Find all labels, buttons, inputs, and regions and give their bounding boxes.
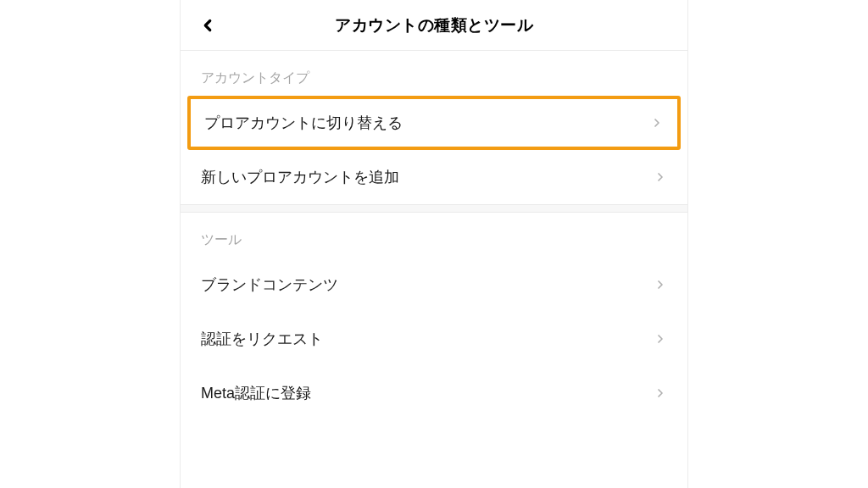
settings-screen: アカウントの種類とツール アカウントタイプ プロアカウントに切り替える 新しいプ… [180, 0, 688, 488]
request-verification[interactable]: 認証をリクエスト [181, 312, 687, 366]
section-header-tools: ツール [181, 213, 687, 258]
list-item-label: 新しいプロアカウントを追加 [201, 167, 399, 187]
chevron-right-icon [654, 278, 667, 291]
chevron-left-icon [198, 16, 217, 35]
meta-verified-signup[interactable]: Meta認証に登録 [181, 366, 687, 420]
list-item-label: ブランドコンテンツ [201, 274, 338, 295]
list-item-label: プロアカウントに切り替える [204, 113, 403, 133]
page-title: アカウントの種類とツール [194, 14, 674, 36]
brand-content[interactable]: ブランドコンテンツ [181, 258, 687, 312]
back-button[interactable] [194, 12, 221, 39]
list-item-label: Meta認証に登録 [201, 383, 311, 403]
chevron-right-icon [654, 170, 667, 184]
section-divider [181, 204, 687, 213]
list-item-label: 認証をリクエスト [201, 329, 323, 349]
switch-to-pro-account[interactable]: プロアカウントに切り替える [187, 96, 681, 150]
chevron-right-icon [650, 116, 664, 130]
header-bar: アカウントの種類とツール [181, 0, 687, 51]
add-new-pro-account[interactable]: 新しいプロアカウントを追加 [181, 150, 687, 204]
section-header-account-type: アカウントタイプ [181, 51, 687, 96]
chevron-right-icon [654, 386, 667, 400]
chevron-right-icon [654, 332, 667, 346]
